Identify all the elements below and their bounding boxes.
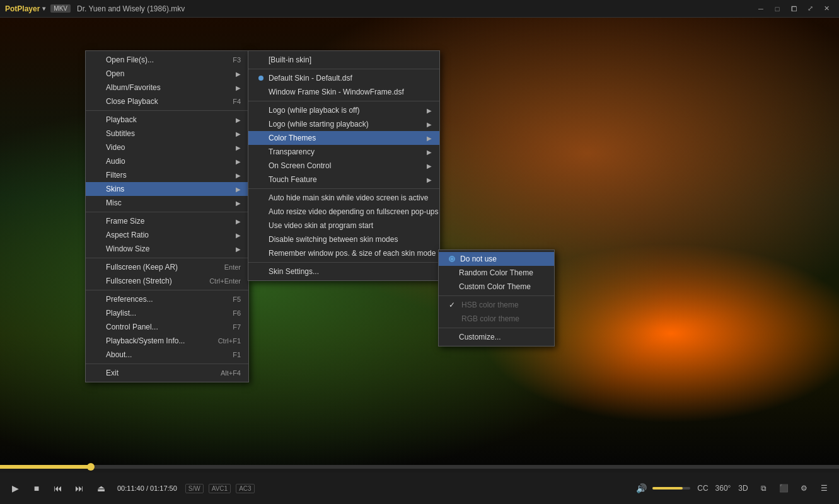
subtitles-button[interactable]: CC [694, 479, 712, 497]
progress-bar-fill [0, 465, 92, 469]
open-button[interactable]: ⏏ [92, 479, 110, 497]
skins-settings[interactable]: Skin Settings... [248, 265, 439, 278]
maximize-button[interactable]: ⧠ [786, 3, 801, 14]
skins-logo-off[interactable]: Logo (while playback is off) ▶ [248, 103, 439, 117]
color-sep-1 [439, 295, 554, 296]
color-themes-submenu: Do not use Random Color Theme Custom Col… [438, 249, 555, 346]
fullscreen-button[interactable]: ⤢ [802, 3, 818, 14]
skins-default[interactable]: Default Skin - Default.dsf [248, 71, 439, 85]
skins-auto-hide[interactable]: Auto hide main skin while video screen i… [248, 191, 439, 205]
menu-item-album[interactable]: Album/Favorites ▶ [86, 81, 248, 94]
skins-disable-switching[interactable]: Disable switching between skin modes [248, 232, 439, 246]
color-theme-custom[interactable]: Custom Color Theme [439, 280, 554, 294]
skins-auto-resize[interactable]: Auto resize video depending on fullscree… [248, 205, 439, 219]
format-badge: MKV [50, 4, 71, 13]
menu-item-control-panel[interactable]: Control Panel... F7 [86, 320, 248, 334]
default-skin-dot [258, 76, 263, 81]
skins-sep-4 [248, 262, 439, 263]
stop-button[interactable]: ■ [28, 479, 45, 497]
menu-item-exit[interactable]: Exit Alt+F4 [86, 366, 248, 380]
time-display: 00:11:40 / 01:17:50 [117, 484, 177, 492]
menu-item-open-files[interactable]: Open File(s)... F3 [86, 53, 248, 67]
menu-item-window-size[interactable]: Window Size ▶ [86, 242, 248, 256]
radio-dot-do-not-use [449, 256, 455, 262]
menu-sep-4 [86, 290, 248, 290]
pip-button[interactable]: ⧉ [755, 479, 772, 497]
window-controls: ─ □ ⧠ ⤢ ✕ [753, 3, 834, 14]
menu-item-preferences[interactable]: Preferences... F5 [86, 292, 248, 306]
capture-button[interactable]: ⬛ [775, 479, 792, 497]
minimize-button[interactable]: ─ [753, 3, 768, 14]
skins-logo-starting[interactable]: Logo (while starting playback) ▶ [248, 117, 439, 131]
menu-item-close-playback[interactable]: Close Playback F4 [86, 94, 248, 108]
volume-bar[interactable] [652, 487, 690, 490]
skins-remember-window[interactable]: Remember window pos. & size of each skin… [248, 246, 439, 260]
volume-fill [652, 487, 683, 490]
color-theme-random[interactable]: Random Color Theme [439, 266, 554, 280]
color-theme-do-not-use[interactable]: Do not use [439, 252, 554, 266]
menu-item-open[interactable]: Open ▶ [86, 67, 248, 81]
menu-item-filters[interactable]: Filters ▶ [86, 168, 248, 182]
sw-badge: S/W [185, 484, 204, 493]
menu-item-fullscreen-keep[interactable]: Fullscreen (Keep AR) Enter [86, 260, 248, 274]
app-name-label: PotPlayer [5, 4, 40, 13]
color-theme-customize[interactable]: Customize... [439, 330, 554, 344]
menu-item-playback-info[interactable]: Playback/System Info... Ctrl+F1 [86, 334, 248, 348]
menu-item-skins[interactable]: Skins ▶ [86, 182, 248, 196]
color-theme-hsb: ✓ HSB color theme [439, 298, 554, 312]
settings-button[interactable]: ⚙ [795, 479, 813, 497]
menu-item-playback[interactable]: Playback ▶ [86, 113, 248, 127]
menu-item-aspect-ratio[interactable]: Aspect Ratio ▶ [86, 228, 248, 242]
360-button[interactable]: 360° [714, 479, 732, 497]
menu-item-about[interactable]: About... F1 [86, 348, 248, 362]
skins-built-in[interactable]: [Built-in skin] [248, 53, 439, 67]
menu-item-frame-size[interactable]: Frame Size ▶ [86, 214, 248, 228]
skins-use-video-skin[interactable]: Use video skin at program start [248, 219, 439, 232]
titlebar: PotPlayer ▾ MKV Dr. Yuen and Wisely (198… [0, 0, 839, 18]
ac3-badge: AC3 [236, 484, 254, 493]
current-time: 00:11:40 [117, 484, 144, 492]
context-menu: Open File(s)... F3 Open ▶ Album/Favorite… [85, 50, 249, 382]
menu-item-fullscreen-stretch[interactable]: Fullscreen (Stretch) Ctrl+Enter [86, 274, 248, 288]
menu-item-misc[interactable]: Misc ▶ [86, 196, 248, 210]
progress-bar[interactable] [0, 465, 839, 469]
volume-icon[interactable]: 🔊 [632, 479, 650, 497]
controls-bar: ▶ ■ ⏮ ⏭ ⏏ 00:11:40 / 01:17:50 S/W AVC1 A… [0, 472, 839, 504]
menu-item-playlist[interactable]: Playlist... F6 [86, 306, 248, 320]
prev-button[interactable]: ⏮ [49, 479, 67, 497]
next-button[interactable]: ⏭ [71, 479, 88, 497]
menu-sep-2 [86, 212, 248, 212]
avc1-badge: AVC1 [209, 484, 231, 493]
menu-item-subtitles[interactable]: Subtitles ▶ [86, 127, 248, 140]
check-mark-hsb: ✓ [449, 301, 456, 309]
right-icons: CC 360° 3D ⧉ ⬛ ⚙ ☰ [694, 479, 833, 497]
menu-sep-1 [86, 110, 248, 111]
menu-sep-3 [86, 258, 248, 258]
skins-sep-2 [248, 101, 439, 101]
menu-item-audio[interactable]: Audio ▶ [86, 154, 248, 168]
play-pause-button[interactable]: ▶ [6, 479, 24, 497]
file-name: Dr. Yuen and Wisely (1986).mkv [77, 4, 753, 13]
skins-on-screen-control[interactable]: On Screen Control ▶ [248, 159, 439, 173]
skins-transparency[interactable]: Transparency ▶ [248, 145, 439, 159]
skins-color-themes[interactable]: Color Themes ▶ [248, 131, 439, 145]
skins-sep-3 [248, 188, 439, 189]
menu-item-video[interactable]: Video ▶ [86, 140, 248, 154]
playlist-button[interactable]: ☰ [815, 479, 833, 497]
color-theme-rgb: RGB color theme [439, 312, 554, 326]
volume-area: 🔊 [632, 479, 690, 497]
3d-button[interactable]: 3D [734, 479, 752, 497]
skins-window-frame[interactable]: Window Frame Skin - WindowFrame.dsf [248, 85, 439, 99]
skins-submenu: [Built-in skin] Default Skin - Default.d… [248, 50, 440, 281]
close-button[interactable]: ✕ [819, 3, 834, 14]
app-name[interactable]: PotPlayer ▾ [5, 4, 45, 13]
restore-button[interactable]: □ [770, 3, 785, 14]
total-time: 01:17:50 [150, 484, 177, 492]
menu-sep-5 [86, 364, 248, 364]
skins-sep-1 [248, 69, 439, 69]
skins-touch-feature[interactable]: Touch Feature ▶ [248, 173, 439, 186]
app-dropdown-arrow[interactable]: ▾ [42, 5, 45, 12]
color-sep-2 [439, 328, 554, 328]
